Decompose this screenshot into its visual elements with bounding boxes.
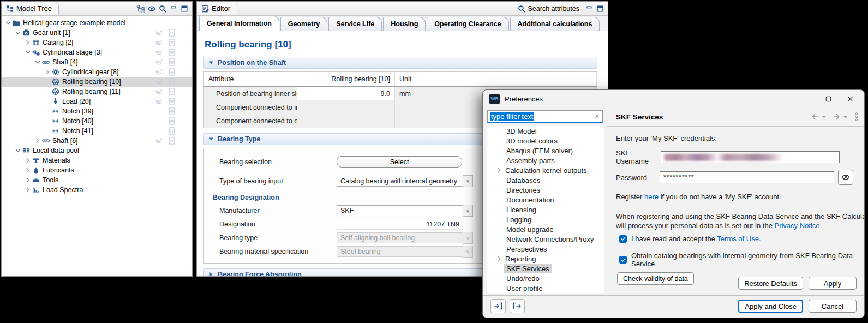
check-validity-button[interactable]: Check validity of data bbox=[617, 272, 694, 285]
tree-item-lubricants[interactable]: Lubricants bbox=[2, 165, 192, 175]
prefs-nav-item-undo-redo[interactable]: Undo/redo bbox=[487, 273, 604, 283]
tab-general-information[interactable]: General Information bbox=[199, 16, 279, 31]
chevron-right-icon[interactable] bbox=[495, 166, 503, 174]
value-cell[interactable]: 9.0 bbox=[297, 87, 395, 100]
report-badge-icon[interactable]: R bbox=[167, 117, 177, 125]
report-badge-icon[interactable]: R bbox=[167, 87, 177, 96]
value-cell[interactable] bbox=[297, 100, 395, 114]
prefs-nav-item-documentation[interactable]: Documentation bbox=[487, 195, 604, 205]
chevron-down-icon[interactable] bbox=[4, 19, 12, 27]
report-badge-icon[interactable]: R bbox=[167, 48, 177, 57]
prefs-nav-item-3d-model[interactable]: 3D Model bbox=[487, 126, 604, 136]
view-menu-icon[interactable] bbox=[854, 112, 859, 121]
report-badge-icon[interactable]: R bbox=[167, 97, 177, 106]
chevron-right-icon[interactable] bbox=[23, 39, 32, 47]
username-field[interactable] bbox=[661, 151, 840, 163]
report-badge-icon[interactable]: R bbox=[167, 136, 177, 145]
show-password-icon[interactable] bbox=[838, 170, 853, 185]
prefs-nav-item-assembly-parts[interactable]: Assembly parts bbox=[487, 155, 604, 165]
prefs-nav-item-directories[interactable]: Directories bbox=[487, 185, 604, 195]
prefs-nav-item-user-profile[interactable]: User profile bbox=[487, 283, 604, 293]
chevron-right-icon[interactable] bbox=[23, 186, 32, 194]
back-dropdown-icon[interactable] bbox=[822, 115, 827, 119]
chevron-right-icon[interactable] bbox=[33, 137, 41, 145]
tree-item-shaft-4[interactable]: Shaft [4]3DR bbox=[2, 57, 192, 67]
back-arrow-icon[interactable] bbox=[811, 112, 819, 121]
chevron-down-icon[interactable] bbox=[23, 49, 32, 57]
chevron-right-icon[interactable] bbox=[23, 157, 32, 165]
tree-item-tools[interactable]: Tools bbox=[2, 175, 192, 185]
search-attributes[interactable]: Search attributes bbox=[518, 5, 580, 13]
prefs-nav-item-calculation-kernel-outputs[interactable]: Calculation kernel outputs bbox=[487, 165, 604, 175]
tree-item-rolling-bearing-11[interactable]: Rolling bearing [11]3DR bbox=[2, 87, 192, 97]
tree-item-notch-41[interactable]: Notch [41]R bbox=[2, 126, 192, 136]
tree-item-load-spectra[interactable]: Load Spectra bbox=[2, 185, 192, 195]
tab-housing[interactable]: Housing bbox=[383, 17, 426, 31]
manufacturer-dropdown[interactable]: SKF bbox=[337, 205, 463, 216]
tree-item-gear-unit-1[interactable]: Gear unit [1]3DR bbox=[2, 28, 192, 38]
clear-filter-icon[interactable]: ✕ bbox=[595, 113, 600, 120]
minimize-icon[interactable] bbox=[795, 92, 817, 106]
dropdown-arrow[interactable]: v bbox=[463, 205, 473, 217]
terms-of-use-link[interactable]: Terms of Use bbox=[717, 235, 759, 243]
designation-field[interactable]: 11207 TN9 bbox=[337, 219, 463, 230]
model-tree-tab[interactable]: Model Tree bbox=[2, 2, 59, 15]
chevron-right-icon[interactable] bbox=[23, 176, 32, 184]
restore-defaults-button[interactable]: Restore Defaults bbox=[738, 277, 803, 290]
3d-view-badge-icon[interactable]: 3D bbox=[154, 58, 164, 67]
tree-item-shaft-6[interactable]: Shaft [6]3DR bbox=[2, 136, 192, 146]
import-preferences-icon[interactable] bbox=[490, 299, 506, 313]
tab-geometry[interactable]: Geometry bbox=[280, 17, 327, 31]
password-field[interactable]: ********** bbox=[660, 171, 834, 183]
type-of-bearing-input-dropdown[interactable]: Catalog bearing with internal geometry bbox=[337, 176, 463, 187]
minimize-icon[interactable] bbox=[584, 3, 595, 14]
value-cell[interactable] bbox=[297, 114, 395, 128]
terms-checkbox[interactable] bbox=[619, 235, 627, 243]
tree-item-notch-40[interactable]: Notch [40]R bbox=[2, 116, 192, 126]
tree-item-cylindrical-gear-8[interactable]: Cylindrical gear [8]3DR bbox=[2, 67, 192, 77]
tree-item-casing-2[interactable]: Casing [2]3DR bbox=[2, 38, 192, 47]
report-badge-icon[interactable]: R bbox=[167, 68, 177, 76]
3d-view-badge-icon[interactable]: 3D bbox=[154, 28, 164, 37]
maximize-icon[interactable] bbox=[179, 3, 190, 14]
minimize-icon[interactable] bbox=[168, 3, 179, 14]
prefs-nav-item-abaqus-fem-solver[interactable]: Abaqus (FEM solver) bbox=[487, 146, 604, 155]
dropdown-arrow[interactable]: v bbox=[463, 175, 473, 187]
3d-view-badge-icon[interactable]: 3D bbox=[154, 77, 164, 86]
report-badge-icon[interactable]: R bbox=[167, 38, 177, 47]
apply-button[interactable]: Apply bbox=[809, 277, 857, 290]
section-position-on-shaft[interactable]: Position on the Shaft bbox=[203, 57, 597, 69]
obtain-catalog-checkbox[interactable] bbox=[619, 256, 627, 264]
editor-tab[interactable]: Editor bbox=[197, 2, 237, 15]
tree-item-cylindrical-stage-3[interactable]: Cylindrical stage [3]3DR bbox=[2, 47, 192, 57]
export-preferences-icon[interactable] bbox=[510, 299, 525, 313]
chevron-right-icon[interactable] bbox=[23, 166, 32, 175]
select-button[interactable]: Select bbox=[337, 156, 462, 168]
3d-view-badge-icon[interactable]: 3D bbox=[154, 48, 164, 57]
tree-item-materials[interactable]: Materials bbox=[2, 155, 192, 165]
prefs-nav-item-skf-services[interactable]: SKF Services bbox=[487, 264, 604, 273]
prefs-nav-item-perspectives[interactable]: Perspectives bbox=[487, 244, 604, 254]
tree-item-helical-gear-stage-example-model[interactable]: Helical gear stage example model bbox=[2, 18, 192, 28]
3d-view-badge-icon[interactable]: 3D bbox=[154, 136, 164, 145]
chevron-right-icon[interactable] bbox=[495, 255, 503, 262]
forward-arrow-icon[interactable] bbox=[832, 112, 841, 121]
privacy-notice-link[interactable]: Privacy Notice bbox=[774, 222, 819, 230]
prefs-nav-item-logging[interactable]: Logging bbox=[487, 214, 604, 224]
apply-and-close-button[interactable]: Apply and Close bbox=[738, 300, 803, 313]
tab-operating-clearance[interactable]: Operating Clearance bbox=[427, 17, 508, 31]
3d-view-badge-icon[interactable]: 3D bbox=[154, 68, 164, 76]
prefs-nav-item-model-upgrade[interactable]: Model upgrade bbox=[487, 224, 604, 234]
prefs-nav-item-network-connections-proxy[interactable]: Network Connections/Proxy bbox=[487, 234, 604, 244]
chevron-right-icon[interactable] bbox=[43, 68, 51, 76]
tree-item-rolling-bearing-10[interactable]: Rolling bearing [10]3DR bbox=[2, 77, 192, 87]
forward-dropdown-icon[interactable] bbox=[843, 115, 848, 119]
report-badge-icon[interactable]: R bbox=[167, 127, 177, 135]
report-badge-icon[interactable]: R bbox=[167, 77, 177, 86]
tab-service-life[interactable]: Service Life bbox=[328, 17, 382, 31]
filter-input[interactable]: type filter text ✕ bbox=[487, 110, 603, 123]
link-with-editor-icon[interactable] bbox=[135, 3, 146, 14]
prefs-nav-item-licensing[interactable]: Licensing bbox=[487, 205, 604, 214]
register-here-link[interactable]: here bbox=[644, 193, 659, 201]
3d-view-badge-icon[interactable]: 3D bbox=[154, 97, 164, 106]
